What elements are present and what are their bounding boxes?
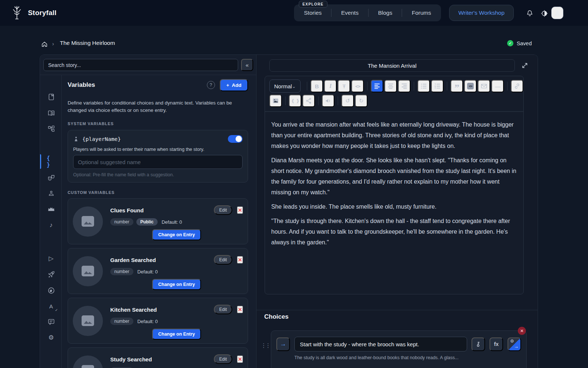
rocket-icon[interactable]	[47, 270, 55, 279]
variable-image-placeholder[interactable]	[73, 355, 103, 368]
scene-title-input[interactable]	[269, 59, 515, 72]
effects-fx-button[interactable]: fx	[490, 337, 503, 351]
variable-default: Default: 0	[137, 319, 158, 324]
person-icon	[554, 10, 561, 17]
music-note-icon[interactable]: ♪	[47, 221, 55, 230]
notifications-bell-icon[interactable]	[525, 9, 534, 18]
scene-paragraph: She leads you inside. The place smells l…	[271, 201, 517, 212]
variable-visibility-badge: Public	[136, 218, 158, 226]
search-input[interactable]	[43, 59, 238, 71]
letter-button[interactable]	[478, 80, 490, 92]
blockquote-button[interactable]: ”	[451, 80, 463, 92]
tree-logo-icon	[10, 6, 24, 20]
edit-variable-button[interactable]: Edit	[214, 305, 233, 314]
edit-variable-button[interactable]: Edit	[214, 354, 233, 364]
collapse-panel-button[interactable]: «	[241, 59, 253, 71]
image-icon	[81, 315, 94, 326]
italic-button[interactable]: I	[324, 80, 337, 92]
remove-choice-button[interactable]: ✕	[518, 327, 526, 335]
bullet-list-button[interactable]	[417, 80, 430, 92]
change-on-entry-button[interactable]: Change on Entry	[152, 329, 201, 340]
player-name-toggle[interactable]	[228, 135, 243, 143]
system-variables-label: SYSTEM VARIABLES	[68, 121, 248, 126]
nav-events[interactable]: Events	[331, 10, 368, 16]
variable-card: Kitchen Searched Edit ✕ number Default: …	[68, 298, 248, 344]
insert-image-button[interactable]	[269, 95, 282, 107]
goto-scene-button[interactable]: →	[276, 337, 290, 351]
align-left-button[interactable]	[371, 80, 383, 92]
image-icon	[81, 365, 94, 368]
inline-code-button[interactable]: <>	[351, 80, 364, 92]
nav-blogs[interactable]: Blogs	[369, 10, 402, 16]
character-icon[interactable]	[47, 189, 55, 198]
comments-icon[interactable]	[47, 317, 55, 326]
change-on-entry-button[interactable]: Change on Entry	[152, 229, 201, 240]
branch-icon[interactable]	[302, 95, 315, 107]
insert-variable-button[interactable]: { }	[289, 95, 301, 107]
variable-image-placeholder[interactable]	[73, 206, 103, 237]
masks-icon[interactable]	[47, 173, 55, 182]
condition-key-button[interactable]	[472, 337, 485, 351]
bold-button[interactable]: B	[311, 80, 323, 92]
variable-type-badge: number	[110, 218, 133, 226]
nav-forums[interactable]: Forums	[402, 10, 441, 16]
scene-paragraph: You arrive at the mansion after what fee…	[271, 119, 517, 151]
format-select[interactable]: Normal ⌄	[269, 79, 301, 93]
link-button[interactable]	[511, 80, 523, 92]
drag-handle[interactable]: ⋮⋮	[261, 343, 270, 348]
choice-text-input[interactable]	[294, 337, 467, 351]
spellcheck-icon[interactable]: A✓	[47, 302, 55, 311]
delete-variable-button[interactable]: ✕	[237, 206, 243, 214]
writers-workshop-button[interactable]: Writer's Workshop	[449, 5, 514, 21]
align-right-button[interactable]	[398, 80, 410, 92]
image-icon	[81, 265, 94, 277]
save-status: ✓ Saved	[507, 40, 532, 46]
settings-gear-icon[interactable]: ⚙	[47, 333, 55, 342]
play-icon[interactable]: ▷	[47, 254, 55, 263]
help-icon[interactable]: ?	[207, 81, 215, 89]
align-center-button[interactable]	[384, 80, 397, 92]
ordered-list-button[interactable]	[431, 80, 444, 92]
home-icon[interactable]	[41, 41, 48, 47]
plus-icon: +	[226, 82, 229, 88]
strikethrough-button[interactable]: Ŧ	[338, 80, 350, 92]
profile-button[interactable]	[551, 7, 563, 19]
delete-variable-button[interactable]: ✕	[237, 256, 243, 263]
redo-button[interactable]: ↻	[355, 95, 368, 107]
theme-toggle-icon[interactable]	[540, 9, 549, 18]
delete-variable-button[interactable]: ✕	[237, 306, 243, 313]
change-on-entry-button[interactable]: Change on Entry	[152, 279, 201, 290]
player-name-card: {playerName} Players will be asked to en…	[68, 130, 248, 183]
suggested-name-input[interactable]	[73, 155, 243, 169]
undo-button[interactable]: ↺	[341, 95, 354, 107]
variable-image-placeholder[interactable]	[73, 256, 103, 286]
image-icon	[81, 216, 94, 227]
brand[interactable]: Storyfall	[10, 6, 57, 20]
scene-text-editor[interactable]: You arrive at the mansion after what fee…	[265, 112, 523, 255]
horizontal-rule-button[interactable]: —	[491, 80, 504, 92]
journal-icon[interactable]	[47, 92, 55, 101]
nav-stories[interactable]: Stories	[294, 10, 331, 16]
variable-type-badge: number	[110, 318, 133, 325]
expand-icon[interactable]	[520, 61, 529, 70]
open-book-icon[interactable]	[47, 109, 55, 117]
audio-button[interactable]	[322, 95, 334, 107]
edit-variable-button[interactable]: Edit	[214, 255, 233, 265]
variables-braces-icon[interactable]: { }	[47, 157, 55, 166]
variable-image-placeholder[interactable]	[73, 306, 103, 336]
active-tab-indicator	[40, 154, 41, 169]
choice-settings-goto-button[interactable]: ⚙ →	[508, 337, 521, 351]
flowchart-icon[interactable]	[47, 124, 55, 133]
scene-paragraph: "The study is through there. Kitchen's d…	[271, 216, 517, 248]
add-variable-button[interactable]: + Add	[220, 79, 248, 91]
player-icon	[73, 136, 79, 142]
hand-circle-icon[interactable]	[47, 286, 55, 295]
brand-name: Storyfall	[28, 9, 57, 17]
crown-icon[interactable]	[47, 205, 55, 213]
left-panel: «	[40, 55, 257, 368]
delete-variable-button[interactable]: ✕	[237, 355, 243, 363]
key-icon	[475, 341, 482, 347]
code-block-button[interactable]: <>	[464, 80, 477, 92]
edit-variable-button[interactable]: Edit	[214, 205, 233, 215]
code-block-icon: <>	[467, 83, 474, 89]
